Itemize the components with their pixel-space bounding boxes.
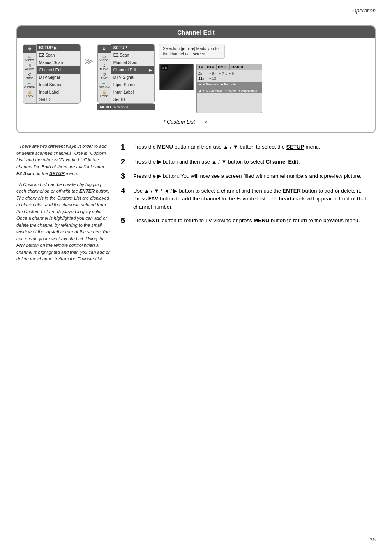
panel2-items: EZ Scan Manual Scan Channel Edit ▶ DTV S…: [111, 51, 154, 103]
footer-move: ○ Move: [225, 89, 236, 92]
footer-add-delete: ● Add/Delete: [238, 89, 257, 92]
tv-screen-container: 0-0 TV DTV DATE RADIO 2↑: [159, 64, 262, 113]
time-icon-2: ⏱: [102, 72, 106, 76]
channel-edit-inner: ⚙ ▭ VIDEO ♫ AUDIO ⏱ TIME ✏: [17, 44, 375, 126]
lock-label-2: LOCK: [100, 95, 108, 98]
arrow-1: ≫: [83, 56, 95, 66]
channel-row-1: 2↑ ♦ 8↑ ♦ 7-1 ♦ 9↑: [198, 71, 260, 76]
option-label-2: OPTION: [99, 86, 110, 89]
panel1-item-dtvsignal: DTV Signal: [37, 74, 80, 81]
step-text-4: Use ▲ / ▼ / ◄ / ▶ button to select a cha…: [133, 187, 376, 211]
custom-list-text: * Custom List: [163, 119, 195, 125]
step-number-3: 3: [121, 172, 129, 181]
audio-label-2: AUDIO: [99, 68, 108, 71]
col-tv: TV: [197, 64, 205, 70]
setup-header-label-2: SETUP: [113, 46, 127, 50]
panel1-item-setid: Set ID: [37, 96, 80, 103]
tv-preview: 0-0: [159, 64, 194, 90]
audio-icon: ♫: [28, 63, 31, 67]
info-text: Selection (▶ or ●) leads you to the chan…: [163, 46, 219, 56]
arrow-right-icon: ▶: [149, 68, 152, 72]
main-content: Channel Edit ⚙ ▭ VIDEO ♫ AUDIO: [0, 17, 392, 285]
step-text-2: Press the ▶ button and then use ▲ / ▼ bu…: [133, 158, 376, 166]
ch-num-1: 2↑: [198, 71, 208, 76]
info-bubble: Selection (▶ or ●) leads you to the chan…: [159, 44, 225, 59]
channel-row-2: 11↑ ♦ 13↑: [198, 76, 260, 81]
setup-icon-2: ⚙: [102, 47, 106, 51]
screenshot-area: Selection (▶ or ●) leads you to the chan…: [159, 44, 262, 126]
step-1: 1 Press the MENU button and then use ▲ /…: [121, 143, 376, 152]
instruction-para-1: - There are two different ways in order …: [16, 143, 111, 177]
panel2-item-dtvsignal: DTV Signal: [111, 74, 154, 81]
menu-bar-previous: Previous: [114, 105, 129, 109]
ch-check-2a: ♦ 13↑: [209, 76, 218, 81]
step-text-1: Press the MENU button and then use ▲ / ▼…: [133, 143, 376, 151]
step-number-1: 1: [121, 143, 129, 152]
left-column: - There are two different ways in order …: [16, 143, 111, 268]
panel2-item-inputlabel: Input Label: [111, 88, 154, 96]
video-label-2: VIDEO: [100, 59, 109, 62]
footer-fav: ● Favorite: [221, 83, 236, 86]
footer-move-page: ▲▼ Move Page: [198, 89, 223, 92]
option-label: OPTION: [24, 86, 35, 89]
tv-channel-num: 0-0: [161, 65, 168, 70]
footer-prev: ◄◄ Previous: [198, 83, 219, 86]
panel1-header: SETUP ▶: [37, 44, 80, 51]
lock-icon-2: 🔒: [102, 90, 106, 94]
channel-edit-box: Channel Edit ⚙ ▭ VIDEO ♫ AUDIO: [16, 25, 376, 133]
audio-label: AUDIO: [25, 68, 34, 71]
step-number-5: 5: [121, 216, 129, 226]
setup-header-label: SETUP ▶: [39, 46, 57, 50]
right-column: 1 Press the MENU button and then use ▲ /…: [121, 143, 376, 268]
step-2: 2 Press the ▶ button and then use ▲ / ▼ …: [121, 158, 376, 167]
audio-icon-2: ♫: [103, 63, 106, 67]
channel-list-panel: TV DTV DATE RADIO 2↑ ♦ 8↑ ♦ 7-1 ♦ 9↑: [196, 64, 262, 113]
page-number: 35: [370, 537, 376, 543]
ch-check-1b: ♦ 7-1: [219, 71, 227, 76]
menu-panel-2-wrap: ⚙ ▭ VIDEO ♫ AUDIO ⏱ TIME: [97, 44, 155, 110]
step-number-2: 2: [121, 158, 129, 167]
menu-panel-1: ⚙ ▭ VIDEO ♫ AUDIO ⏱ TIME ✏: [23, 44, 81, 104]
step-5: 5 Press EXIT button to return to TV view…: [121, 216, 376, 226]
panel2-header: SETUP: [111, 44, 154, 51]
panel1-item-inputsource: Input Source: [37, 81, 80, 88]
option-icon: ✏: [28, 81, 31, 85]
panel1-item-channeledit: Channel Edit: [37, 66, 80, 74]
panel2-item-manualscan: Manual Scan: [111, 59, 154, 66]
panel1-item-manualscan: Manual Scan: [37, 59, 80, 66]
step-text-3: Press the ▶ button. You will now see a s…: [133, 172, 376, 180]
operation-label: Operation: [352, 7, 376, 14]
custom-list-arrow-icon: ⟶: [197, 118, 207, 126]
lock-label: LOCK: [26, 95, 34, 98]
bottom-rule: [12, 534, 380, 534]
step-4: 4 Use ▲ / ▼ / ◄ / ▶ button to select a c…: [121, 187, 376, 211]
video-icon-2: ▭: [102, 54, 106, 58]
video-label: VIDEO: [25, 59, 35, 62]
body-columns: - There are two different ways in order …: [16, 143, 376, 268]
step-3: 3 Press the ▶ button. You will now see a…: [121, 172, 376, 181]
panel2-item-setid: Set ID: [111, 96, 154, 103]
setup-icon: ⚙: [28, 47, 31, 51]
col-radio: RADIO: [230, 64, 245, 70]
col-date: DATE: [217, 64, 230, 70]
channel-list-footer: ◄◄ Previous ● Favorite ▲▼ Move Page ○ Mo…: [197, 82, 262, 93]
menu-panel-2: ⚙ ▭ VIDEO ♫ AUDIO ⏱ TIME: [97, 44, 155, 104]
panel1-item-inputlabel: Input Label: [37, 88, 80, 96]
page-header: Operation: [0, 0, 392, 17]
panel2-item-channeledit: Channel Edit ▶: [111, 66, 154, 74]
time-label: TIME: [26, 77, 33, 80]
panel1-item-ezscan: EZ Scan: [37, 51, 80, 59]
custom-list-row: * Custom List ⟶: [163, 118, 207, 126]
step-number-4: 4: [121, 187, 129, 196]
ch-num-2: 11↑: [198, 76, 208, 81]
channel-edit-title: Channel Edit: [17, 26, 375, 38]
channel-list-header: TV DTV DATE RADIO: [197, 64, 262, 70]
time-icon: ⏱: [28, 72, 32, 76]
step-text-5: Press EXIT button to return to TV viewin…: [133, 216, 376, 225]
ch-check-1c: ♦ 9↑: [229, 71, 237, 76]
time-label-2: TIME: [101, 77, 108, 80]
video-icon: ▭: [28, 54, 32, 58]
col-dtv: DTV: [205, 64, 217, 70]
instruction-para-2: - A Custom List can be created by toggli…: [16, 181, 111, 263]
menu-bar-menu: MENU: [100, 105, 111, 109]
